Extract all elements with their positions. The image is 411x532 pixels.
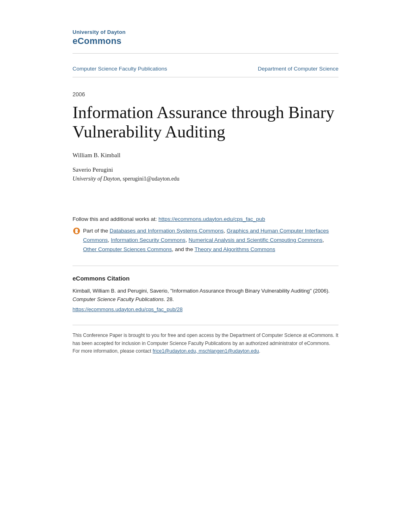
nav-row: Computer Science Faculty Publications De… [73, 61, 338, 77]
follow-url[interactable]: https://ecommons.udayton.edu/cps_fac_pub [158, 216, 265, 222]
header: University of Dayton eCommons [73, 16, 338, 54]
commons-links: Part of the Databases and Information Sy… [73, 227, 338, 254]
svg-rect-4 [76, 231, 77, 233]
citation-main: Kimball, William B. and Perugini, Saveri… [73, 288, 330, 294]
citation-text: Kimball, William B. and Perugini, Saveri… [73, 287, 338, 314]
commons-link-2[interactable]: Information Security Commons [111, 237, 185, 243]
author-2-affiliation: University of Dayton, sperugini1@udayton… [73, 175, 338, 183]
commons-link-0[interactable]: Databases and Information Systems Common… [110, 228, 224, 234]
author-2-email: sperugini1@udayton.edu [122, 176, 179, 182]
author-2: Saverio Perugini University of Dayton, s… [73, 165, 338, 183]
citation-link[interactable]: https://ecommons.udayton.edu/cps_fac_pub… [73, 305, 338, 314]
footer-note: This Conference Paper is brought to you … [73, 325, 338, 355]
ecommons-logo: eCommons [73, 36, 338, 46]
paper-title: Information Assurance through Binary Vul… [73, 103, 338, 142]
author-2-name: Saverio Perugini [73, 165, 338, 175]
author-1: William B. Kimball [73, 151, 338, 160]
citation-heading: eCommons Citation [73, 274, 338, 283]
commons-link-5[interactable]: Theory and Algorithms Commons [195, 246, 275, 252]
publication-year: 2006 [73, 90, 338, 99]
footer-period: . [259, 348, 260, 354]
citation-section: eCommons Citation Kimball, William B. an… [73, 266, 338, 314]
citation-journal: Computer Science Faculty Publications [73, 296, 164, 302]
follow-text: Follow this and additional works at: htt… [73, 215, 338, 223]
commons-link-3[interactable]: Numerical Analysis and Scientific Comput… [189, 237, 322, 243]
faculty-publications-link[interactable]: Computer Science Faculty Publications [73, 65, 167, 73]
follow-section: Follow this and additional works at: htt… [73, 215, 338, 254]
follow-label: Follow this and additional works at: [73, 216, 157, 222]
part-of-text: Part of the Databases and Information Sy… [83, 227, 338, 254]
citation-number: 28. [166, 296, 174, 302]
author-2-university: University of Dayton [73, 176, 120, 182]
open-access-icon [73, 227, 81, 235]
author-1-name: William B. Kimball [73, 151, 338, 160]
university-name: University of Dayton [73, 28, 338, 36]
page-container: University of Dayton eCommons Computer S… [48, 0, 363, 379]
commons-link-4[interactable]: Other Computer Sciences Commons [83, 246, 172, 252]
department-link[interactable]: Department of Computer Science [258, 65, 338, 73]
footer-contact-link[interactable]: frice1@udayton.edu, mschlangen1@udayton.… [153, 348, 259, 354]
